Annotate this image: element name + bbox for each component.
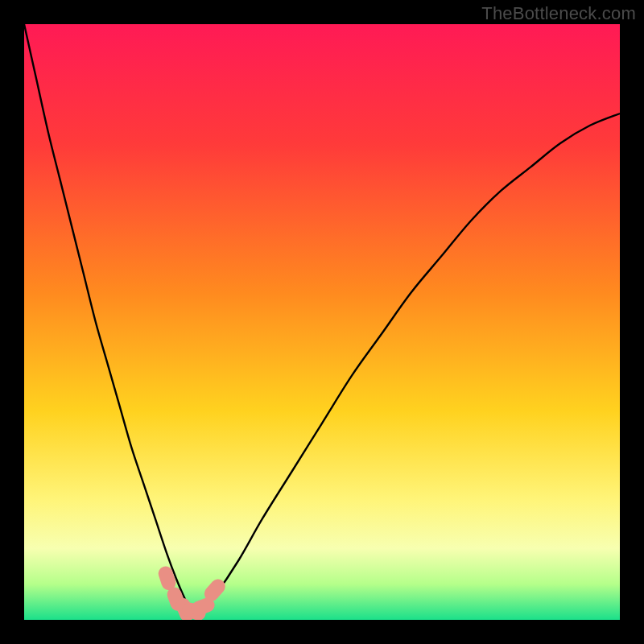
plot-area — [24, 24, 620, 620]
chart-frame: TheBottleneck.com — [0, 0, 644, 644]
gradient-background — [24, 24, 620, 620]
watermark-text: TheBottleneck.com — [481, 3, 636, 24]
chart-svg — [24, 24, 620, 620]
